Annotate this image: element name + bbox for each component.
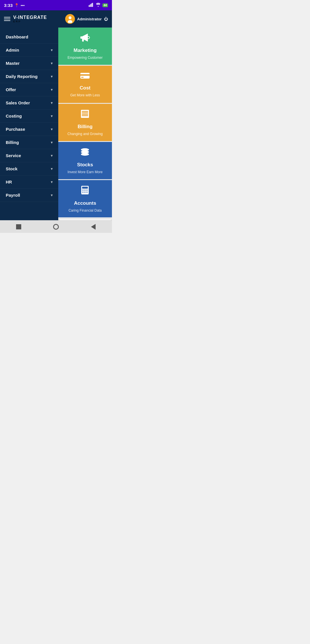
sidebar-label-master: Master	[6, 61, 20, 66]
svg-rect-13	[82, 111, 88, 112]
status-bar: 3:33 📍 ••• 44	[0, 0, 112, 10]
chevron-icon-costing: ▾	[51, 114, 53, 118]
app-logo: V-INTEGRATE ERP	[13, 15, 47, 23]
svg-rect-3	[92, 3, 93, 7]
circle-icon	[53, 224, 59, 230]
sidebar-item-hr[interactable]: HR ▾	[0, 175, 58, 189]
chevron-icon-offer: ▾	[51, 88, 53, 92]
module-card-billing[interactable]: Billing Changing and Growing	[58, 104, 112, 141]
module-title-marketing: Marketing	[73, 48, 96, 53]
sidebar-item-admin[interactable]: Admin ▾	[0, 44, 58, 57]
location-icon: 📍	[14, 3, 19, 7]
module-subtitle-stocks: Invest More Earn More	[67, 170, 102, 174]
sidebar-label-payroll: Payroll	[6, 193, 20, 198]
card-icon	[80, 72, 90, 82]
hamburger-menu[interactable]	[4, 17, 10, 21]
svg-point-19	[81, 153, 89, 156]
sidebar-item-master[interactable]: Master ▾	[0, 57, 58, 70]
more-icon: •••	[21, 3, 25, 7]
svg-point-6	[69, 16, 71, 19]
module-subtitle-accounts: Caring Financial Data	[69, 208, 102, 212]
module-subtitle-billing: Changing and Growing	[67, 132, 103, 136]
list-icon	[80, 109, 90, 120]
chevron-icon-service: ▾	[51, 154, 53, 158]
sidebar-item-billing[interactable]: Billing ▾	[0, 136, 58, 149]
sidebar-item-payroll[interactable]: Payroll ▾	[0, 189, 58, 202]
chevron-icon-sales-order: ▾	[51, 101, 53, 105]
module-subtitle-cost: Get More with Less	[70, 93, 100, 97]
sidebar-item-sales-order[interactable]: Sales Order ▾	[0, 96, 58, 110]
svg-point-25	[82, 192, 84, 193]
avatar	[65, 14, 75, 24]
chevron-icon-admin: ▾	[51, 48, 53, 52]
chevron-icon-stock: ▾	[51, 167, 53, 171]
chevron-icon-hr: ▾	[51, 180, 53, 184]
admin-name: Administrator	[77, 17, 102, 21]
module-card-cost[interactable]: Cost Get More with Less	[58, 66, 112, 103]
svg-point-27	[86, 192, 88, 193]
sidebar-label-purchase: Purchase	[6, 127, 25, 132]
power-icon[interactable]: ⏻	[104, 17, 108, 21]
wifi-icon	[96, 3, 101, 8]
sidebar-label-daily-reporting: Daily Reporting	[6, 74, 38, 79]
module-card-accounts[interactable]: Accounts Caring Financial Data	[58, 180, 112, 217]
description-box: all registration etc. V- d sales and sup…	[59, 219, 111, 220]
svg-rect-16	[82, 115, 88, 116]
right-content: Marketing Empowering Customer Cost Get M…	[58, 28, 112, 220]
svg-point-22	[82, 190, 84, 191]
sidebar-label-sales-order: Sales Order	[6, 100, 30, 105]
chevron-icon-daily-reporting: ▾	[51, 75, 53, 79]
module-card-stocks[interactable]: Stocks Invest More Earn More	[58, 142, 112, 179]
home-button[interactable]	[52, 223, 60, 231]
chevron-icon-purchase: ▾	[51, 127, 53, 131]
module-title-stocks: Stocks	[77, 162, 93, 168]
module-card-marketing[interactable]: Marketing Empowering Customer	[58, 28, 112, 65]
status-right: 44	[89, 3, 108, 8]
square-icon	[16, 224, 21, 229]
app-header: V-INTEGRATE ERP Administrator ⏻	[0, 10, 112, 28]
module-subtitle-marketing: Empowering Customer	[67, 56, 102, 60]
sidebar-item-service[interactable]: Service ▾	[0, 149, 58, 162]
sidebar-label-billing: Billing	[6, 140, 19, 145]
sidebar-item-daily-reporting[interactable]: Daily Reporting ▾	[0, 70, 58, 83]
battery-icon: 44	[102, 3, 108, 7]
module-title-cost: Cost	[80, 85, 91, 91]
module-title-billing: Billing	[78, 124, 92, 130]
chevron-icon-master: ▾	[51, 61, 53, 65]
svg-rect-21	[82, 187, 88, 189]
sidebar-item-purchase[interactable]: Purchase ▾	[0, 123, 58, 136]
signal-icon	[89, 3, 94, 8]
sidebar-label-stock: Stock	[6, 166, 18, 171]
svg-point-23	[84, 190, 86, 191]
sidebar-label-hr: HR	[6, 179, 12, 184]
megaphone-icon	[80, 33, 90, 44]
svg-rect-0	[89, 5, 90, 7]
sidebar-label-costing: Costing	[6, 114, 22, 118]
header-left: V-INTEGRATE ERP	[4, 15, 47, 23]
sidebar-label-admin: Admin	[6, 48, 19, 52]
status-left: 3:33 📍 •••	[4, 3, 25, 8]
sidebar-item-costing[interactable]: Costing ▾	[0, 110, 58, 123]
svg-rect-11	[81, 77, 84, 78]
svg-rect-2	[91, 3, 92, 7]
svg-rect-15	[82, 114, 88, 115]
sidebar: Dashboard Admin ▾ Master ▾ Daily Reporti…	[0, 28, 58, 220]
sidebar-label-offer: Offer	[6, 87, 16, 92]
sidebar-label-dashboard: Dashboard	[6, 34, 28, 39]
back-button[interactable]	[89, 223, 98, 231]
svg-rect-14	[82, 112, 88, 113]
chevron-icon-billing: ▾	[51, 140, 53, 145]
svg-point-24	[86, 190, 88, 191]
status-time: 3:33	[4, 3, 13, 8]
sidebar-item-dashboard[interactable]: Dashboard	[0, 30, 58, 44]
module-title-accounts: Accounts	[74, 200, 96, 206]
svg-point-4	[98, 6, 98, 7]
sidebar-item-offer[interactable]: Offer ▾	[0, 83, 58, 96]
svg-rect-10	[80, 74, 90, 76]
calculator-icon	[81, 185, 89, 197]
square-button[interactable]	[14, 223, 23, 231]
sidebar-item-stock[interactable]: Stock ▾	[0, 162, 58, 175]
header-right: Administrator ⏻	[65, 14, 108, 24]
back-icon	[91, 224, 96, 230]
svg-point-26	[84, 192, 86, 193]
